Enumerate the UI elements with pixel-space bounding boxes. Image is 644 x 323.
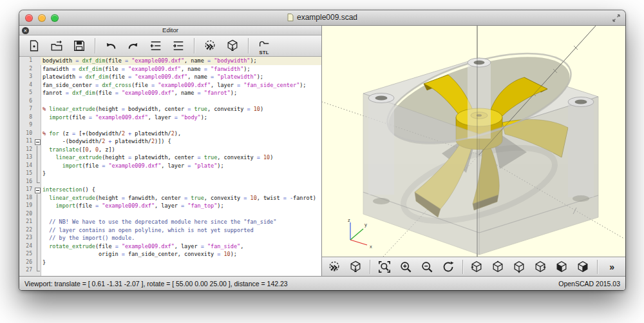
code-line[interactable]: 19 import(file = "example009.dxf", layer… [19, 202, 321, 210]
save-button[interactable] [71, 37, 88, 54]
app-version-label: OpenSCAD 2015.03 [558, 280, 620, 288]
line-number: 5 [19, 89, 34, 97]
view-right-button[interactable] [469, 259, 484, 275]
code-line[interactable]: 10% for (z = [+(bodywidth/2 + platewidth… [19, 130, 321, 138]
code-line[interactable]: 14 import(file = "example009.dxf", layer… [19, 162, 321, 170]
indent-button[interactable] [170, 37, 187, 54]
code-line[interactable]: 2fanwidth = dxf_dim(file = "example009.d… [19, 65, 321, 73]
fold-marker [34, 178, 41, 186]
code-line[interactable]: 16 [19, 178, 321, 186]
unindent-icon [149, 39, 162, 52]
code-line[interactable]: 4fan_side_center = dxf_cross(file = "exa… [19, 81, 321, 90]
code-line[interactable]: 18 linear_extrude(height = fanwidth, cen… [19, 194, 321, 202]
fold-marker [34, 73, 41, 81]
code-line[interactable]: 12 translate([0, 0, z]) [19, 146, 321, 154]
zoom-in-button[interactable] [399, 259, 413, 275]
viewport-toolbar: » [322, 257, 625, 276]
view-bottom-button[interactable] [512, 259, 526, 275]
fold-marker[interactable] [34, 137, 41, 146]
new-button[interactable] [26, 37, 43, 54]
code-line[interactable]: 5fanrot = dxf_dim(file = "example009.dxf… [19, 89, 321, 97]
code-line[interactable]: 13 linear_extrude(height = platewidth, c… [19, 153, 321, 162]
zoom-out-icon [421, 260, 433, 273]
code-line[interactable]: 8 import(file = "example009.dxf", layer … [19, 113, 321, 122]
line-number: 13 [19, 153, 34, 162]
unindent-button[interactable] [147, 37, 164, 54]
fold-marker [34, 97, 41, 106]
fold-marker [34, 242, 41, 251]
code-text: rotate_extrude(file = "example009.dxf", … [41, 242, 321, 251]
zoom-out-button[interactable] [420, 259, 434, 275]
line-number: 27 [19, 266, 34, 275]
code-line[interactable]: 9 [19, 121, 321, 130]
export-stl-button[interactable]: STL [256, 37, 272, 54]
reset-view-icon [442, 260, 455, 273]
view-right-icon [470, 260, 483, 273]
line-number: 10 [19, 130, 34, 138]
fold-marker[interactable] [34, 186, 41, 194]
fold-marker [34, 81, 41, 90]
code-line[interactable]: 26} [19, 259, 321, 267]
undo-button[interactable] [102, 37, 119, 54]
render-icon [226, 39, 239, 52]
line-number: 23 [19, 234, 34, 242]
code-line[interactable]: 17intersection() { [19, 186, 321, 194]
code-text [41, 121, 321, 130]
line-number: 7 [19, 105, 34, 113]
line-number: 26 [19, 259, 34, 267]
view-top-button[interactable] [491, 259, 505, 275]
redo-button[interactable] [125, 37, 142, 54]
code-line[interactable]: 15} [19, 170, 321, 178]
code-text [41, 266, 321, 275]
fold-marker [34, 250, 41, 259]
code-line[interactable]: 7% linear_extrude(height = bodywidth, ce… [19, 105, 321, 113]
zoom-all-button[interactable] [377, 259, 392, 275]
code-line[interactable]: 21 // NB! We have to use the deprecated … [19, 218, 321, 226]
reset-view-button[interactable] [441, 259, 455, 275]
code-line[interactable]: 3platewidth = dxf_dim(file = "example009… [19, 73, 321, 81]
line-number: 3 [19, 73, 34, 81]
code-line[interactable]: 22 // layer contains an open polyline, w… [19, 226, 321, 235]
code-text: intersection() { [41, 186, 321, 194]
overflow-button[interactable]: » [605, 259, 619, 275]
fold-marker [34, 234, 41, 242]
view-back-button[interactable] [576, 259, 590, 275]
code-line[interactable]: 25 origin = fan_side_center, convexity =… [19, 250, 321, 259]
fold-marker [34, 113, 41, 122]
fullscreen-icon[interactable] [612, 14, 621, 23]
open-button[interactable] [48, 37, 65, 54]
preview-button[interactable] [202, 37, 218, 54]
line-number: 15 [19, 170, 34, 178]
code-text: % linear_extrude(height = bodywidth, cen… [41, 105, 321, 113]
code-editor[interactable]: 1bodywidth = dxf_dim(file = "example009.… [19, 57, 321, 276]
fold-marker [34, 105, 41, 113]
axis-x-label: x [370, 244, 372, 250]
titlebar[interactable]: example009.scad [19, 10, 625, 26]
code-line[interactable]: 24 rotate_extrude(file = "example009.dxf… [19, 242, 321, 251]
code-text: // by the import() module. [41, 234, 321, 242]
line-number: 16 [19, 178, 34, 186]
code-line[interactable]: 11 -(bodywidth/2 + platewidth/2)]) { [19, 137, 321, 146]
line-number: 18 [19, 194, 34, 202]
code-line[interactable]: 1bodywidth = dxf_dim(file = "example009.… [19, 57, 321, 65]
code-line[interactable]: 23 // by the import() module. [19, 234, 321, 242]
fold-marker [34, 218, 41, 226]
render-button[interactable] [348, 259, 363, 275]
code-text [41, 210, 321, 219]
fold-marker [34, 259, 41, 267]
view-left-button[interactable] [533, 259, 547, 275]
render-button[interactable] [224, 37, 241, 54]
preview-icon [204, 39, 216, 52]
toolbar-separator [462, 260, 463, 274]
redo-icon [127, 39, 140, 52]
code-line[interactable]: 27 [19, 266, 321, 275]
view-front-button[interactable] [554, 259, 569, 275]
view-front-icon [555, 260, 568, 273]
code-text: // NB! We have to use the deprecated mod… [41, 218, 321, 226]
code-line[interactable]: 20 [19, 210, 321, 219]
code-line[interactable]: 6 [19, 97, 321, 106]
preview-button[interactable] [327, 259, 341, 275]
indent-icon [172, 39, 185, 52]
fold-marker [34, 153, 41, 162]
open-icon [50, 39, 63, 52]
